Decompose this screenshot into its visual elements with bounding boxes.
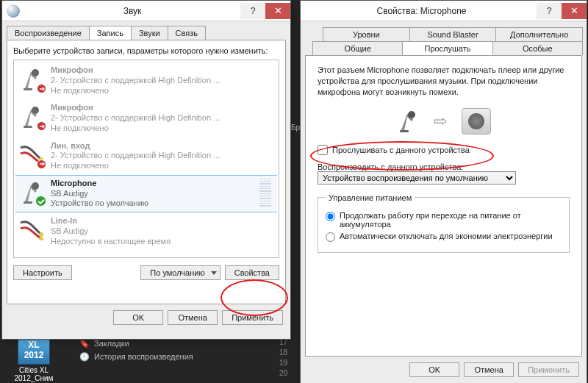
device-subtitle: 2- Устройство с поддержкой High Definiti…: [51, 76, 274, 86]
bg-playlist-numbers: 17181920: [279, 338, 287, 377]
tab-advanced[interactable]: Дополнительно: [495, 27, 583, 41]
titlebar[interactable]: Звук ? ✕: [2, 1, 290, 21]
default-button[interactable]: По умолчанию: [140, 265, 220, 280]
device-name: Лин. вход: [51, 141, 274, 151]
help-button[interactable]: ?: [537, 3, 562, 19]
device-name: Микрофон: [51, 103, 274, 113]
sound-icon: [7, 4, 20, 18]
mic-icon: [397, 108, 419, 135]
dialog-buttons: OK Отмена Применить: [301, 357, 587, 383]
tabs: Воспроизведение Запись Звуки Связь: [2, 21, 290, 40]
device-status: Не подключено: [51, 161, 274, 171]
device-status: Не подключено: [51, 124, 274, 134]
tab-custom[interactable]: Особые: [492, 41, 583, 55]
tab-listen[interactable]: Прослушать: [402, 41, 492, 55]
chevron-down-icon: [211, 271, 217, 275]
line-in-icon: [18, 216, 45, 243]
arrow-right-icon: ⇨: [434, 112, 447, 131]
not-connected-icon: [37, 160, 46, 169]
device-item[interactable]: MicrophoneSB AudigyУстройство по умолчан…: [15, 175, 277, 212]
ok-button[interactable]: OK: [409, 362, 459, 377]
tabs-row1: Уровни Sound Blaster Дополнительно: [301, 21, 587, 41]
device-item[interactable]: Лин. вход2- Устройство с поддержкой High…: [15, 137, 277, 175]
signal-flow: ⇨: [318, 108, 570, 135]
device-name: Microphone: [51, 179, 254, 189]
power-management-group: Управление питанием Продолжать работу пр…: [318, 193, 570, 253]
device-subtitle: 2- Устройство с поддержкой High Definiti…: [51, 113, 274, 124]
cancel-button[interactable]: Отмена: [168, 310, 218, 325]
listen-checkbox-label[interactable]: Прослушивать с данного устройства: [332, 146, 470, 154]
ok-button[interactable]: OK: [113, 310, 163, 325]
level-meter: [259, 179, 271, 207]
shortcut-label: Cities XL 2012_Сним: [12, 366, 56, 382]
properties-window: Свойства: Microphone ? ✕ Уровни Sound Bl…: [300, 0, 587, 383]
device-subtitle: 2- Устройство с поддержкой High Definiti…: [51, 151, 274, 161]
svg-point-10: [408, 111, 415, 118]
configure-button[interactable]: Настроить: [13, 265, 72, 280]
svg-rect-3: [24, 126, 32, 128]
microphone-icon: [18, 103, 45, 129]
dialog-buttons: OK Отмена Применить: [2, 304, 290, 331]
tab-communications[interactable]: Связь: [168, 26, 206, 40]
not-connected-icon: [37, 84, 46, 93]
tab-sounds[interactable]: Звуки: [131, 26, 168, 40]
speaker-icon: [462, 108, 491, 135]
description-text: Этот разъем Microphone позволяет подключ…: [318, 65, 570, 98]
help-button[interactable]: ?: [240, 3, 265, 19]
close-button[interactable]: ✕: [265, 3, 290, 19]
bg-app-menu: 🔖Закладки 🕘История воспроизведения: [79, 337, 193, 363]
power-radio-auto-off-label[interactable]: Автоматически отключать для экономии эле…: [340, 232, 553, 240]
not-connected-icon: [37, 121, 46, 131]
instruction-text: Выберите устройство записи, параметры ко…: [13, 46, 279, 55]
window-title: Звук: [24, 6, 240, 16]
listen-checkbox[interactable]: [318, 145, 328, 155]
power-radio-auto-off[interactable]: [326, 232, 335, 242]
close-button[interactable]: ✕: [562, 3, 587, 19]
svg-point-2: [32, 107, 39, 114]
svg-point-6: [32, 182, 39, 190]
window-title: Свойства: Microphone: [306, 6, 537, 16]
default-device-icon: [35, 196, 46, 207]
power-radio-continue-label[interactable]: Продолжать работу при переходе на питани…: [340, 211, 562, 229]
device-status: Не подключено: [51, 86, 274, 96]
device-item[interactable]: Микрофон2- Устройство с поддержкой High …: [15, 99, 277, 137]
recording-panel: Выберите устройство записи, параметры ко…: [7, 40, 286, 304]
device-subtitle: SB Audigy: [51, 189, 254, 199]
titlebar[interactable]: Свойства: Microphone ? ✕: [301, 1, 587, 21]
apply-button[interactable]: Применить: [518, 362, 579, 377]
tab-general[interactable]: Общие: [312, 41, 403, 55]
svg-rect-11: [400, 130, 409, 132]
tabs-row2: Общие Прослушать Особые: [301, 41, 587, 55]
playback-device-select[interactable]: Устройство воспроизведения по умолчанию: [318, 171, 516, 185]
microphone-icon: [18, 179, 45, 205]
desktop-shortcut[interactable]: XL 2012 Cities XL 2012_Сним: [12, 335, 56, 382]
device-item[interactable]: Микрофон2- Устройство с поддержкой High …: [15, 62, 277, 99]
device-name: Line-In: [51, 216, 274, 226]
tab-recording[interactable]: Запись: [89, 26, 132, 40]
cancel-button[interactable]: Отмена: [464, 362, 514, 377]
device-status: Недоступно в настоящее время: [51, 237, 274, 247]
device-list[interactable]: Микрофон2- Устройство с поддержкой High …: [13, 60, 279, 258]
shortcut-tile: XL 2012: [18, 335, 50, 365]
device-subtitle: SB Audigy: [51, 226, 274, 237]
power-radio-continue[interactable]: [326, 212, 335, 221]
svg-rect-1: [24, 88, 32, 90]
line-in-icon: [18, 141, 45, 168]
device-status: Устройство по умолчанию: [51, 198, 254, 209]
device-name: Микрофон: [51, 65, 274, 76]
tab-playback[interactable]: Воспроизведение: [7, 26, 90, 40]
sound-window: Звук ? ✕ Воспроизведение Запись Звуки Св…: [1, 0, 291, 340]
playback-device-label: Воспроизводить с данного устройства:: [318, 162, 570, 171]
device-item[interactable]: Line-InSB AudigyНедоступно в настоящее в…: [15, 212, 277, 250]
apply-button[interactable]: Применить: [222, 310, 283, 325]
svg-rect-7: [24, 201, 32, 204]
svg-point-8: [39, 232, 43, 237]
listen-panel: Этот разъем Microphone позволяет подключ…: [305, 55, 582, 357]
properties-button[interactable]: Свойства: [225, 265, 279, 280]
svg-point-0: [32, 69, 39, 76]
tab-levels[interactable]: Уровни: [323, 27, 410, 41]
tab-soundblaster[interactable]: Sound Blaster: [409, 27, 497, 41]
power-management-legend: Управление питанием: [326, 193, 415, 202]
bg-text-fragment: Бр: [291, 124, 301, 134]
microphone-icon: [18, 65, 45, 92]
